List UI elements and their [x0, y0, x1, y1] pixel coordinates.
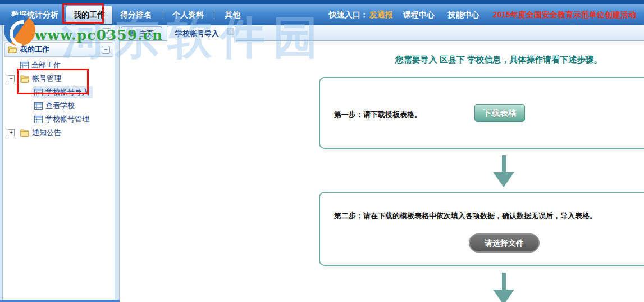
step1-box: 第一步：请下载模板表格。 下载表格	[319, 77, 644, 149]
open-folder-icon	[8, 46, 17, 53]
tab-close-icon[interactable]: ✕	[227, 28, 234, 35]
list-icon	[34, 102, 43, 110]
nav-item-score-ranking[interactable]: 得分排名	[115, 10, 157, 20]
tab-content: 您需要导入 区县下 学校信息，具体操作请看下述步骤。 第一步：请下载模板表格。 …	[120, 41, 644, 302]
open-folder-icon	[20, 75, 29, 83]
expand-expander-icon[interactable]: +	[8, 129, 15, 136]
sidebar-collapse-button[interactable]: «	[102, 28, 111, 38]
home-icon	[129, 30, 136, 37]
tree-item-view-school[interactable]: 查看学校	[3, 99, 115, 112]
nav-item-statistics[interactable]: 数据统计分析	[6, 10, 64, 20]
step1-text: 第一步：请下载模板表格。	[334, 110, 422, 120]
nav-separator	[214, 11, 214, 19]
tree-item-label: 通知公告	[32, 128, 61, 138]
main-area: 主页 学校帐号导入 ✕ 您需要导入 区县下 学校信息，具体操作请看下述步骤。 第…	[120, 25, 644, 302]
sidebar: 主菜单 « 我的工作 − 全部工作 −	[3, 25, 115, 300]
sidebar-splitter[interactable]	[115, 25, 120, 302]
choose-file-button[interactable]: 请选择文件	[469, 233, 540, 253]
down-arrow-icon	[492, 155, 515, 187]
sidebar-title: 主菜单	[7, 28, 102, 38]
list-icon	[20, 62, 29, 69]
tree-item-all-work[interactable]: 全部工作	[3, 58, 115, 72]
my-work-panel-title: 我的工作	[20, 44, 98, 55]
link-skill-center[interactable]: 技能中心	[448, 10, 479, 20]
tree-item-school-account-import[interactable]: 学校帐号导入	[3, 85, 115, 99]
quick-entry-label: 快速入口：	[329, 10, 368, 20]
tree-item-school-account-management[interactable]: 学校帐号管理	[3, 112, 115, 126]
panel-collapse-button[interactable]: −	[102, 46, 110, 54]
my-work-panel-header[interactable]: 我的工作 −	[4, 42, 113, 57]
tree-item-label: 查看学校	[45, 101, 75, 111]
link-2015-activity[interactable]: 2015年度全国安全教育示范单位创建活动	[493, 10, 636, 20]
window-bottom-strip	[0, 300, 120, 302]
tree-item-notice-announcement[interactable]: + 通知公告	[3, 126, 115, 139]
nav-item-my-work[interactable]: 我的工作	[66, 6, 112, 24]
closed-folder-icon	[20, 129, 29, 137]
tree-item-label: 全部工作	[31, 60, 61, 70]
list-icon	[34, 89, 43, 96]
tree-item-account-management[interactable]: − 帐号管理	[3, 72, 115, 85]
nav-separator	[162, 11, 162, 19]
tree-item-label: 学校帐号管理	[45, 114, 89, 124]
collapse-expander-icon[interactable]: −	[8, 75, 15, 82]
sidebar-header: 主菜单 «	[3, 25, 115, 41]
top-navbar: 数据统计分析 我的工作 得分排名 个人资料 其他 快速入口： 发通报 课程中心 …	[0, 4, 644, 25]
navigation-tree: 全部工作 − 帐号管理 学校帐	[3, 57, 115, 139]
window-left-edge	[0, 25, 3, 302]
tab-label: 主页	[139, 29, 154, 39]
list-icon	[34, 116, 43, 123]
download-template-button[interactable]: 下载表格	[474, 104, 525, 122]
tree-item-label: 学校帐号导入	[45, 87, 89, 97]
down-arrow-icon	[492, 273, 515, 302]
window-top-strip	[0, 0, 644, 4]
link-send-report[interactable]: 发通报	[369, 10, 393, 20]
tab-school-account-import[interactable]: 学校帐号导入 ✕	[167, 26, 236, 41]
tab-bar: 主页 学校帐号导入 ✕	[120, 25, 644, 41]
page-title: 您需要导入 区县下 学校信息，具体操作请看下述步骤。	[367, 55, 631, 65]
step2-text: 第二步：请在下载的模板表格中依次填入各项数据，确认数据无误后，导入表格。	[334, 211, 597, 221]
nav-quick-entry-group: 快速入口： 发通报 课程中心 技能中心 2015年度全国安全教育示范单位创建活动	[329, 10, 644, 20]
tree-item-label: 帐号管理	[32, 74, 61, 84]
step2-box: 第二步：请在下载的模板表格中依次填入各项数据，确认数据无误后，导入表格。 请选择…	[319, 192, 644, 266]
nav-item-profile[interactable]: 个人资料	[167, 10, 209, 20]
link-course-center[interactable]: 课程中心	[403, 10, 435, 20]
tab-label: 学校帐号导入	[175, 29, 219, 39]
nav-item-other[interactable]: 其他	[219, 10, 246, 20]
tab-home[interactable]: 主页	[121, 26, 162, 40]
